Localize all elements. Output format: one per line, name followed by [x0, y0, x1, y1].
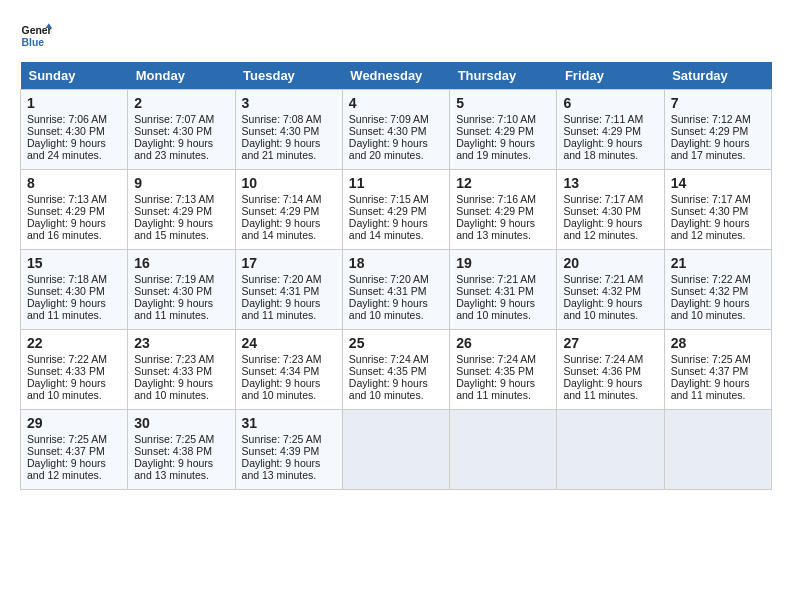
day-number: 3	[242, 95, 336, 111]
day-number: 26	[456, 335, 550, 351]
sunrise-text: Sunrise: 7:16 AM	[456, 193, 536, 205]
daylight-text: Daylight: 9 hours and 11 minutes.	[563, 377, 642, 401]
day-number: 19	[456, 255, 550, 271]
sunset-text: Sunset: 4:39 PM	[242, 445, 320, 457]
logo-icon: General Blue	[20, 20, 52, 52]
sunset-text: Sunset: 4:34 PM	[242, 365, 320, 377]
day-number: 28	[671, 335, 765, 351]
daylight-text: Daylight: 9 hours and 16 minutes.	[27, 217, 106, 241]
day-header-monday: Monday	[128, 62, 235, 90]
sunset-text: Sunset: 4:35 PM	[456, 365, 534, 377]
sunrise-text: Sunrise: 7:13 AM	[27, 193, 107, 205]
sunset-text: Sunset: 4:30 PM	[671, 205, 749, 217]
daylight-text: Daylight: 9 hours and 10 minutes.	[671, 297, 750, 321]
calendar-table: SundayMondayTuesdayWednesdayThursdayFrid…	[20, 62, 772, 490]
day-header-friday: Friday	[557, 62, 664, 90]
day-number: 27	[563, 335, 657, 351]
sunrise-text: Sunrise: 7:25 AM	[134, 433, 214, 445]
calendar-cell: 1Sunrise: 7:06 AMSunset: 4:30 PMDaylight…	[21, 90, 128, 170]
daylight-text: Daylight: 9 hours and 13 minutes.	[134, 457, 213, 481]
daylight-text: Daylight: 9 hours and 10 minutes.	[27, 377, 106, 401]
page-header: General Blue	[20, 20, 772, 52]
calendar-cell: 13Sunrise: 7:17 AMSunset: 4:30 PMDayligh…	[557, 170, 664, 250]
calendar-cell: 7Sunrise: 7:12 AMSunset: 4:29 PMDaylight…	[664, 90, 771, 170]
calendar-cell	[664, 410, 771, 490]
calendar-cell: 18Sunrise: 7:20 AMSunset: 4:31 PMDayligh…	[342, 250, 449, 330]
calendar-cell	[450, 410, 557, 490]
daylight-text: Daylight: 9 hours and 10 minutes.	[134, 377, 213, 401]
day-number: 6	[563, 95, 657, 111]
sunrise-text: Sunrise: 7:09 AM	[349, 113, 429, 125]
sunrise-text: Sunrise: 7:10 AM	[456, 113, 536, 125]
day-number: 15	[27, 255, 121, 271]
sunrise-text: Sunrise: 7:15 AM	[349, 193, 429, 205]
sunset-text: Sunset: 4:31 PM	[456, 285, 534, 297]
day-header-thursday: Thursday	[450, 62, 557, 90]
sunset-text: Sunset: 4:29 PM	[134, 205, 212, 217]
sunset-text: Sunset: 4:32 PM	[671, 285, 749, 297]
calendar-cell: 17Sunrise: 7:20 AMSunset: 4:31 PMDayligh…	[235, 250, 342, 330]
daylight-text: Daylight: 9 hours and 14 minutes.	[242, 217, 321, 241]
day-number: 16	[134, 255, 228, 271]
sunrise-text: Sunrise: 7:18 AM	[27, 273, 107, 285]
week-row-3: 15Sunrise: 7:18 AMSunset: 4:30 PMDayligh…	[21, 250, 772, 330]
sunrise-text: Sunrise: 7:12 AM	[671, 113, 751, 125]
daylight-text: Daylight: 9 hours and 11 minutes.	[242, 297, 321, 321]
sunset-text: Sunset: 4:29 PM	[456, 205, 534, 217]
week-row-2: 8Sunrise: 7:13 AMSunset: 4:29 PMDaylight…	[21, 170, 772, 250]
sunrise-text: Sunrise: 7:25 AM	[242, 433, 322, 445]
sunset-text: Sunset: 4:30 PM	[563, 205, 641, 217]
calendar-cell: 10Sunrise: 7:14 AMSunset: 4:29 PMDayligh…	[235, 170, 342, 250]
sunrise-text: Sunrise: 7:23 AM	[134, 353, 214, 365]
sunrise-text: Sunrise: 7:13 AM	[134, 193, 214, 205]
sunset-text: Sunset: 4:31 PM	[242, 285, 320, 297]
daylight-text: Daylight: 9 hours and 14 minutes.	[349, 217, 428, 241]
sunrise-text: Sunrise: 7:11 AM	[563, 113, 643, 125]
day-number: 9	[134, 175, 228, 191]
calendar-cell: 26Sunrise: 7:24 AMSunset: 4:35 PMDayligh…	[450, 330, 557, 410]
day-number: 21	[671, 255, 765, 271]
sunrise-text: Sunrise: 7:24 AM	[456, 353, 536, 365]
day-number: 2	[134, 95, 228, 111]
day-number: 29	[27, 415, 121, 431]
calendar-cell: 12Sunrise: 7:16 AMSunset: 4:29 PMDayligh…	[450, 170, 557, 250]
daylight-text: Daylight: 9 hours and 24 minutes.	[27, 137, 106, 161]
week-row-1: 1Sunrise: 7:06 AMSunset: 4:30 PMDaylight…	[21, 90, 772, 170]
daylight-text: Daylight: 9 hours and 10 minutes.	[349, 297, 428, 321]
daylight-text: Daylight: 9 hours and 10 minutes.	[563, 297, 642, 321]
daylight-text: Daylight: 9 hours and 13 minutes.	[242, 457, 321, 481]
sunset-text: Sunset: 4:36 PM	[563, 365, 641, 377]
calendar-cell: 24Sunrise: 7:23 AMSunset: 4:34 PMDayligh…	[235, 330, 342, 410]
daylight-text: Daylight: 9 hours and 11 minutes.	[456, 377, 535, 401]
calendar-cell: 29Sunrise: 7:25 AMSunset: 4:37 PMDayligh…	[21, 410, 128, 490]
day-number: 1	[27, 95, 121, 111]
calendar-cell: 11Sunrise: 7:15 AMSunset: 4:29 PMDayligh…	[342, 170, 449, 250]
sunrise-text: Sunrise: 7:24 AM	[563, 353, 643, 365]
sunrise-text: Sunrise: 7:21 AM	[456, 273, 536, 285]
sunrise-text: Sunrise: 7:20 AM	[242, 273, 322, 285]
day-number: 8	[27, 175, 121, 191]
day-number: 11	[349, 175, 443, 191]
sunset-text: Sunset: 4:30 PM	[27, 125, 105, 137]
sunset-text: Sunset: 4:30 PM	[242, 125, 320, 137]
sunset-text: Sunset: 4:30 PM	[134, 125, 212, 137]
daylight-text: Daylight: 9 hours and 11 minutes.	[27, 297, 106, 321]
calendar-cell: 25Sunrise: 7:24 AMSunset: 4:35 PMDayligh…	[342, 330, 449, 410]
sunrise-text: Sunrise: 7:22 AM	[671, 273, 751, 285]
sunrise-text: Sunrise: 7:25 AM	[27, 433, 107, 445]
day-number: 31	[242, 415, 336, 431]
calendar-cell: 19Sunrise: 7:21 AMSunset: 4:31 PMDayligh…	[450, 250, 557, 330]
daylight-text: Daylight: 9 hours and 12 minutes.	[27, 457, 106, 481]
sunrise-text: Sunrise: 7:14 AM	[242, 193, 322, 205]
sunset-text: Sunset: 4:33 PM	[27, 365, 105, 377]
calendar-cell: 30Sunrise: 7:25 AMSunset: 4:38 PMDayligh…	[128, 410, 235, 490]
daylight-text: Daylight: 9 hours and 23 minutes.	[134, 137, 213, 161]
day-number: 13	[563, 175, 657, 191]
daylight-text: Daylight: 9 hours and 10 minutes.	[349, 377, 428, 401]
day-number: 22	[27, 335, 121, 351]
day-header-tuesday: Tuesday	[235, 62, 342, 90]
day-header-wednesday: Wednesday	[342, 62, 449, 90]
day-number: 14	[671, 175, 765, 191]
calendar-cell: 23Sunrise: 7:23 AMSunset: 4:33 PMDayligh…	[128, 330, 235, 410]
day-number: 10	[242, 175, 336, 191]
